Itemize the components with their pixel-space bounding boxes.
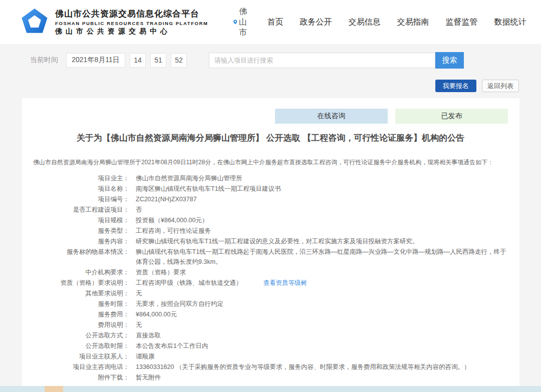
- field-label: 服务费用：: [33, 309, 129, 319]
- field-value-wrap: 佛山市自然资源局南海分局狮山管理所: [136, 173, 242, 183]
- platform-title-en: FOSHAN PUBLIC RESOURCES TRADING PLATFORM: [55, 21, 208, 26]
- field-value-wrap: 工程咨询，可行性论证服务: [136, 226, 211, 236]
- field-row: 项目编号： ZC2021(NH)ZX03787: [33, 194, 508, 204]
- field-value: 南海区狮山镇现代有轨电车T1线一期工程项目建议书: [136, 185, 281, 192]
- field-row: 费用说明： 无: [33, 320, 508, 330]
- field-value: 工程咨询甲级（铁路、城市轨道交通）: [136, 279, 242, 286]
- field-value: ZC2021(NH)ZX03787: [136, 196, 197, 203]
- field-value: 无: [136, 290, 142, 297]
- nav-item[interactable]: 交易信息: [349, 17, 381, 28]
- location-pin-icon: [233, 18, 237, 27]
- field-label: 资质（资格）要求说明：: [33, 278, 129, 288]
- project-search-input[interactable]: [209, 53, 435, 68]
- field-value-wrap: 本公告发布后1个工作日内: [136, 341, 208, 351]
- field-value-wrap: 资质（资格）要求: [136, 267, 186, 277]
- field-row: 服务标的物基本情况： 狮山镇现代有轨电车T1线一期工程线路起于南海人民医院，沿三…: [33, 247, 508, 267]
- field-row: 项目业主咨询电话： 13360331620 （关于采购服务的资质专业与等级要求，…: [33, 362, 508, 372]
- page-bottom-strip: [0, 386, 541, 392]
- field-label: 项目规模：: [33, 215, 129, 225]
- field-value: 狮山镇现代有轨电车T1线一期工程线路起于南海人民医院，沿三环东路—红星南路—兴业…: [136, 248, 506, 265]
- nav-item[interactable]: 交易指南: [397, 17, 429, 28]
- field-value-wrap: 无要求，按照合同双方自行约定: [136, 299, 223, 309]
- field-row: 中介机构要求： 资质（资格）要求: [33, 267, 508, 277]
- site-header: 佛山市公共资源交易信息化综合平台 FOSHAN PUBLIC RESOURCES…: [0, 0, 541, 44]
- field-label: 项目编号：: [33, 194, 129, 204]
- bottom-strip-accent: [45, 386, 63, 392]
- second-box: 52: [171, 53, 187, 68]
- city-selector[interactable]: 佛山市: [233, 7, 251, 38]
- field-label: 服务内容：: [33, 236, 129, 246]
- field-label: 项目业主联系人：: [33, 351, 129, 361]
- field-row: 公开选取时限： 本公告发布后1个工作日内: [33, 341, 508, 351]
- field-row: 服务内容： 研究狮山镇现代有轨电车T1线一期工程建设的意义及必要性，对工程实施方…: [33, 236, 508, 246]
- field-value-wrap: 无: [136, 320, 142, 330]
- field-value: 佛山市自然资源局南海分局狮山管理所: [136, 175, 242, 182]
- field-value: 13360331620 （关于采购服务的资质专业与等级要求，服务内容、时限要求，…: [136, 363, 470, 370]
- field-value: 否: [136, 206, 142, 213]
- field-row: 是否工程建设项目： 否: [33, 205, 508, 215]
- field-row: 服务类型： 工程咨询，可行性论证服务: [33, 226, 508, 236]
- field-row: 公开选取方式： 直接选取: [33, 330, 508, 340]
- field-value-wrap: 狮山镇现代有轨电车T1线一期工程线路起于南海人民医院，沿三环东路—红星南路—兴业…: [136, 247, 508, 267]
- logo-text-block: 佛山市公共资源交易信息化综合平台 FOSHAN PUBLIC RESOURCES…: [55, 8, 208, 36]
- field-label: 中介机构要求：: [33, 267, 129, 277]
- hour-box: 14: [130, 53, 146, 68]
- field-value-wrap: 研究狮山镇现代有轨电车T1线一期工程建设的意义及必要性，对工程实施方案及项目投融…: [136, 236, 419, 246]
- pentagon-logo-icon: [20, 8, 49, 37]
- field-row: 服务时限： 无要求，按照合同双方自行约定: [33, 299, 508, 309]
- field-value: 本公告发布后1个工作日内: [136, 342, 208, 349]
- field-value: 无要求，按照合同双方自行约定: [136, 300, 223, 307]
- notice-title: 关于为【佛山市自然资源局南海分局狮山管理所】 公开选取 【工程咨询，可行性论证服…: [33, 132, 508, 144]
- field-value: 投资额（¥864,000.00元）: [136, 217, 208, 224]
- field-value: 工程咨询，可行性论证服务: [136, 227, 211, 234]
- minute-box: 51: [150, 53, 166, 68]
- field-row: 其他要求说明： 无: [33, 288, 508, 298]
- field-value-wrap: 投资额（¥864,000.00元）: [136, 215, 208, 225]
- field-label: 其他要求说明：: [33, 288, 129, 298]
- field-value-wrap: 工程咨询甲级（铁路、城市轨道交通）查看资质等级树: [136, 278, 307, 288]
- field-value: 资质（资格）要求: [136, 269, 186, 276]
- current-time-label: 当前时间: [30, 56, 58, 65]
- field-value: 暂无附件: [136, 374, 161, 381]
- field-label: 项目业主咨询电话：: [33, 362, 129, 372]
- tab-published[interactable]: 已发布: [395, 109, 508, 124]
- field-value: 无: [136, 321, 142, 328]
- field-row: 项目业主： 佛山市自然资源局南海分局狮山管理所: [33, 173, 508, 183]
- platform-subtitle: 佛山市公共资源交易中心: [55, 27, 208, 36]
- time-search-bar: 当前时间 2021年8月11日 14 51 52 搜索: [0, 44, 541, 68]
- field-value: 研究狮山镇现代有轨电车T1线一期工程建设的意义及必要性，对工程实施方案及项目投融…: [136, 238, 419, 245]
- nav-item[interactable]: 监督监管: [446, 17, 478, 28]
- date-box: 2021年8月11日: [66, 53, 125, 68]
- field-value-wrap: 13360331620 （关于采购服务的资质专业与等级要求，服务内容、时限要求，…: [136, 362, 470, 372]
- field-label: 服务时限：: [33, 299, 129, 309]
- notice-tabs: 在线咨询 已发布: [33, 109, 508, 124]
- field-value: 谭顺康: [136, 353, 155, 360]
- main-nav: 首页政务公开交易信息交易指南监督监管数据统计互动交流: [251, 16, 541, 29]
- platform-title: 佛山市公共资源交易信息化综合平台: [55, 8, 208, 20]
- field-value-wrap: 否: [136, 205, 142, 215]
- field-label: 费用说明：: [33, 320, 129, 330]
- signup-button[interactable]: 我要报名: [435, 80, 476, 92]
- back-to-list-button[interactable]: 返回列表: [482, 80, 519, 92]
- actions-row: 我要报名 返回列表: [0, 80, 541, 92]
- search-button[interactable]: 搜索: [435, 52, 464, 69]
- field-value: 直接选取: [136, 332, 161, 339]
- field-row: 项目业主联系人： 谭顺康: [33, 351, 508, 361]
- field-row: 项目规模： 投资额（¥864,000.00元）: [33, 215, 508, 225]
- nav-item[interactable]: 政务公开: [300, 17, 332, 28]
- field-row: 附件下载： 暂无附件: [33, 372, 508, 382]
- field-value-wrap: ¥864,000.00元: [136, 309, 177, 319]
- field-value-wrap: 暂无附件: [136, 372, 161, 382]
- field-row: 服务费用： ¥864,000.00元: [33, 309, 508, 319]
- field-value-wrap: 谭顺康: [136, 351, 155, 361]
- nav-item[interactable]: 首页: [267, 17, 284, 28]
- field-label: 公开选取方式：: [33, 330, 129, 340]
- tab-online-consult[interactable]: 在线咨询: [275, 109, 388, 124]
- field-label: 是否工程建设项目：: [33, 205, 129, 215]
- field-value-wrap: ZC2021(NH)ZX03787: [136, 194, 197, 204]
- fields-list: 项目业主： 佛山市自然资源局南海分局狮山管理所 项目名称： 南海区狮山镇现代有轨…: [33, 173, 508, 382]
- field-label: 公开选取时限：: [33, 341, 129, 351]
- field-label: 服务标的物基本情况：: [33, 247, 129, 267]
- nav-item[interactable]: 数据统计: [494, 17, 526, 28]
- qualification-tree-link[interactable]: 查看资质等级树: [263, 279, 308, 286]
